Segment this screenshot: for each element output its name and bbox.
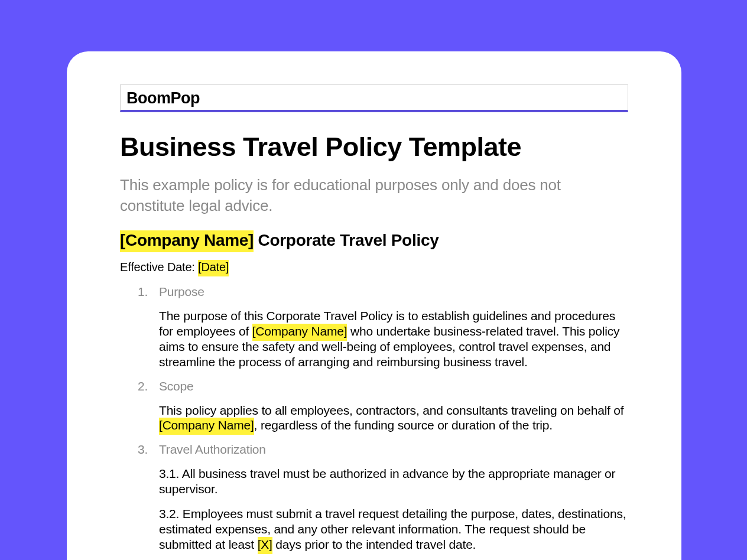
days-placeholder: [X] — [258, 537, 272, 554]
brand-logo-text: BoomPop — [126, 89, 622, 108]
section-travel-auth-title: Travel Authorization — [159, 442, 628, 457]
section-travel-authorization: Travel Authorization 3.1. All business t… — [159, 442, 628, 560]
section-purpose-title: Purpose — [159, 285, 628, 299]
section-purpose: Purpose The purpose of this Corporate Tr… — [159, 285, 628, 369]
company-name-placeholder-inline: [Company Name] — [252, 324, 347, 341]
section-travel-auth-3-2: 3.2. Employees must submit a travel requ… — [159, 506, 628, 552]
section-scope-title: Scope — [159, 379, 628, 393]
document-title: Business Travel Policy Template — [120, 132, 628, 162]
effective-date-placeholder: [Date] — [198, 260, 229, 276]
section-purpose-body: The purpose of this Corporate Travel Pol… — [159, 308, 628, 369]
header-bar: BoomPop — [120, 84, 628, 112]
section-scope-body: This policy applies to all employees, co… — [159, 403, 628, 434]
company-heading-suffix: Corporate Travel Policy — [254, 231, 439, 249]
main-numbered-list: Purpose The purpose of this Corporate Tr… — [120, 285, 628, 560]
section-scope: Scope This policy applies to all employe… — [159, 379, 628, 434]
company-name-placeholder: [Company Name] — [120, 230, 254, 252]
effective-date-label: Effective Date: — [120, 261, 198, 274]
company-name-placeholder-inline: [Company Name] — [159, 418, 254, 435]
disclaimer-text: This example policy is for educational p… — [120, 175, 628, 217]
document-card: BoomPop Business Travel Policy Template … — [67, 51, 681, 560]
section-travel-auth-3-1: 3.1. All business travel must be authori… — [159, 466, 628, 497]
company-policy-heading: [Company Name] Corporate Travel Policy — [120, 231, 628, 250]
effective-date-line: Effective Date: [Date] — [120, 261, 628, 274]
